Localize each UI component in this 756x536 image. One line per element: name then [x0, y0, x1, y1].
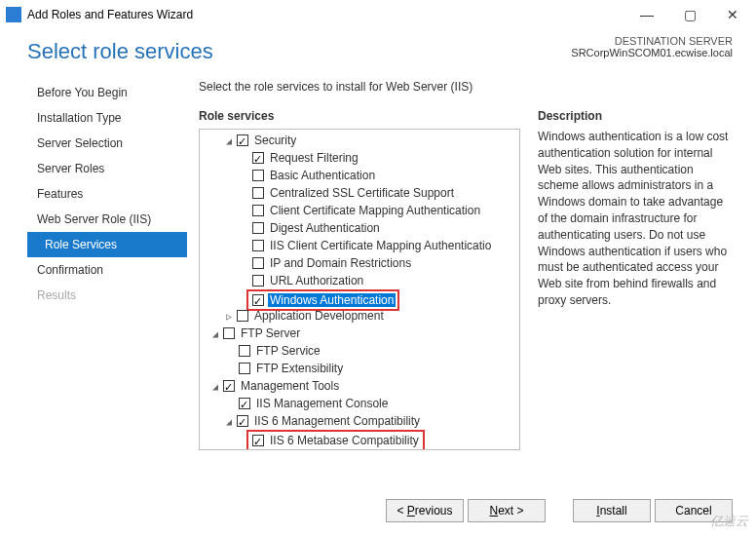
- footer-buttons: < PPreviousrevious Next > Install Cancel: [0, 499, 756, 522]
- tree-item-ftp-service[interactable]: FTP Service: [254, 344, 322, 358]
- checkbox-ftp-service[interactable]: [239, 345, 250, 357]
- window-controls: — ▢ ✕: [625, 0, 754, 29]
- checkbox-url-auth[interactable]: [252, 275, 264, 287]
- tree-item-iis6-compat[interactable]: IIS 6 Management Compatibility: [252, 414, 422, 428]
- tree-item-app-dev[interactable]: Application Development: [252, 309, 386, 323]
- expand-icon[interactable]: ▷: [223, 308, 235, 325]
- checkbox-iis-client-cert-mapping[interactable]: [252, 240, 264, 251]
- header: Select role services DESTINATION SERVER …: [0, 29, 756, 80]
- step-server-selection[interactable]: Server Selection: [27, 131, 187, 156]
- step-web-server-role[interactable]: Web Server Role (IIS): [27, 207, 187, 232]
- checkbox-ftp-ext[interactable]: [239, 363, 250, 374]
- collapse-icon[interactable]: ◢: [209, 325, 221, 343]
- tree-item-url-auth[interactable]: URL Authorization: [268, 274, 365, 287]
- instruction-text: Select the role services to install for …: [199, 80, 733, 94]
- next-button[interactable]: Next >: [468, 499, 546, 522]
- step-before-you-begin[interactable]: Before You Begin: [27, 80, 187, 105]
- checkbox-centralized-ssl[interactable]: [252, 187, 264, 199]
- tree-item-windows-auth[interactable]: Windows Authentication: [268, 293, 396, 307]
- install-button[interactable]: Install: [573, 499, 651, 522]
- collapse-icon[interactable]: ◢: [223, 133, 235, 150]
- cancel-button[interactable]: Cancel: [655, 499, 733, 522]
- tree-item-centralized-ssl[interactable]: Centralized SSL Certificate Support: [268, 186, 456, 200]
- role-services-tree[interactable]: ◢Security Request Filtering Basic Authen…: [199, 129, 520, 450]
- checkbox-request-filtering[interactable]: [252, 152, 264, 164]
- tree-item-iis6-console[interactable]: IIS 6 Management Console: [268, 449, 413, 450]
- main-panel: Select the role services to install for …: [187, 80, 733, 450]
- checkbox-ip-domain[interactable]: [252, 257, 264, 269]
- tree-item-ftp-ext[interactable]: FTP Extensibility: [254, 362, 345, 375]
- description-label: Description: [538, 109, 733, 123]
- tree-item-security[interactable]: Security: [252, 134, 298, 147]
- description-text: Windows authentication is a low cost aut…: [538, 129, 733, 309]
- checkbox-windows-auth[interactable]: [252, 294, 264, 306]
- minimize-button[interactable]: —: [625, 0, 668, 29]
- step-results: Results: [27, 283, 187, 308]
- collapse-icon[interactable]: ◢: [209, 378, 221, 396]
- checkbox-basic-auth[interactable]: [252, 170, 264, 181]
- step-server-roles[interactable]: Server Roles: [27, 156, 187, 181]
- role-services-label: Role services: [199, 109, 520, 123]
- step-features[interactable]: Features: [27, 181, 187, 207]
- tree-item-basic-auth[interactable]: Basic Authentication: [268, 169, 377, 182]
- step-installation-type[interactable]: Installation Type: [27, 105, 187, 131]
- tree-item-iis-client-cert-mapping[interactable]: IIS Client Certificate Mapping Authentic…: [268, 239, 493, 252]
- tree-item-mgmt-tools[interactable]: Management Tools: [239, 379, 341, 393]
- checkbox-security[interactable]: [237, 134, 248, 146]
- app-icon: [6, 7, 21, 22]
- collapse-icon[interactable]: ◢: [223, 413, 235, 431]
- destination-value: SRCorpWinSCOM01.ecwise.local: [571, 47, 733, 58]
- maximize-button[interactable]: ▢: [668, 0, 711, 29]
- tree-item-ftp-server[interactable]: FTP Server: [239, 326, 302, 340]
- tree-item-iis6-metabase[interactable]: IIS 6 Metabase Compatibility: [268, 434, 421, 447]
- title-bar: Add Roles and Features Wizard — ▢ ✕: [0, 0, 756, 29]
- wizard-steps-sidebar: Before You Begin Installation Type Serve…: [27, 80, 187, 450]
- checkbox-ftp-server[interactable]: [223, 327, 235, 339]
- tree-item-iis-console[interactable]: IIS Management Console: [254, 397, 390, 410]
- window-title: Add Roles and Features Wizard: [27, 8, 625, 21]
- tree-item-request-filtering[interactable]: Request Filtering: [268, 151, 360, 165]
- checkbox-app-dev[interactable]: [237, 310, 248, 322]
- checkbox-iis6-metabase[interactable]: [252, 435, 264, 446]
- tree-item-client-cert-mapping[interactable]: Client Certificate Mapping Authenticatio…: [268, 204, 482, 217]
- step-confirmation[interactable]: Confirmation: [27, 257, 187, 283]
- tree-item-digest-auth[interactable]: Digest Authentication: [268, 221, 382, 235]
- tree-item-ip-domain[interactable]: IP and Domain Restrictions: [268, 256, 413, 270]
- destination-label: DESTINATION SERVER: [571, 35, 733, 47]
- checkbox-mgmt-tools[interactable]: [223, 380, 235, 392]
- destination-block: DESTINATION SERVER SRCorpWinSCOM01.ecwis…: [571, 35, 733, 58]
- checkbox-iis-console[interactable]: [239, 398, 250, 409]
- previous-button[interactable]: < PPreviousrevious: [386, 499, 464, 522]
- checkbox-digest-auth[interactable]: [252, 222, 264, 234]
- checkbox-client-cert-mapping[interactable]: [252, 205, 264, 216]
- checkbox-iis6-compat[interactable]: [237, 415, 248, 427]
- step-role-services[interactable]: Role Services: [27, 232, 187, 257]
- close-button[interactable]: ✕: [711, 0, 754, 29]
